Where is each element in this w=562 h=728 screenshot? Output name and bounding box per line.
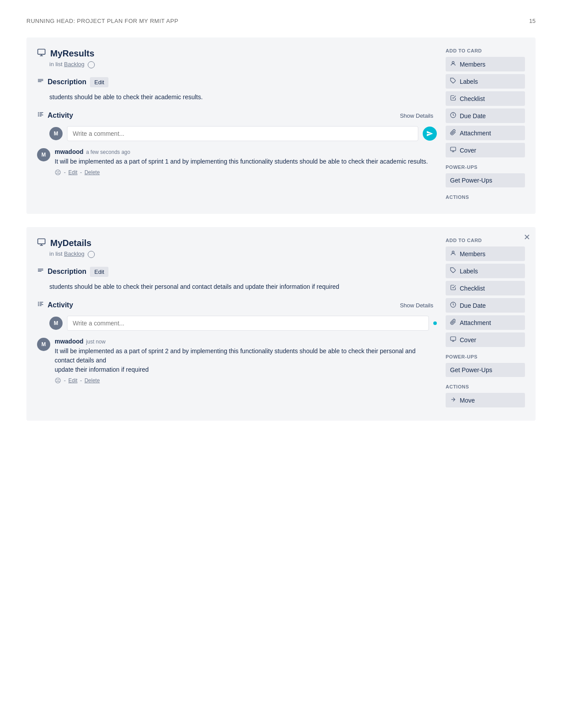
comment-input[interactable]: [67, 126, 418, 141]
description-section-header: Description Edit: [37, 267, 437, 277]
svg-point-14: [452, 61, 454, 63]
activity-section: Activity Show Details M M mwadood a fe: [37, 111, 437, 176]
sidebar-due-date-button[interactable]: Due Date: [446, 108, 525, 123]
sidebar-btn-label: Attachment: [460, 319, 491, 326]
delete-comment-link[interactable]: Delete: [85, 169, 100, 175]
description-section-header: Description Edit: [37, 77, 437, 87]
card-modal-card1: MyResults in list Backlog Description Ed…: [26, 37, 536, 214]
svg-rect-0: [38, 49, 45, 55]
activity-title: Activity: [48, 301, 73, 309]
card-title-icon: [37, 48, 46, 59]
comment-time: a few seconds ago: [86, 149, 130, 155]
comment-separator2: -: [80, 169, 82, 175]
description-edit-button[interactable]: Edit: [90, 267, 108, 277]
sidebar-checklist-button[interactable]: Checklist: [446, 281, 525, 295]
comment-send-button[interactable]: [423, 127, 437, 141]
show-details-button[interactable]: Show Details: [396, 111, 437, 121]
sidebar-members-button[interactable]: Members: [446, 246, 525, 261]
sidebar-btn-label: Cover: [460, 147, 476, 154]
comment-separator: -: [64, 377, 66, 384]
card-main: MyResults in list Backlog Description Ed…: [37, 48, 437, 203]
comment-author: mwadood: [55, 148, 83, 155]
activity-title: Activity: [48, 112, 73, 119]
sidebar-attachment-button[interactable]: Attachment: [446, 126, 525, 140]
list-link[interactable]: Backlog: [64, 250, 84, 257]
svg-point-34: [452, 251, 454, 253]
card-subtitle: in list Backlog: [49, 250, 437, 258]
description-edit-button[interactable]: Edit: [90, 77, 108, 87]
clock-icon: [450, 112, 456, 119]
comment-actions: ☹ - Edit - Delete: [55, 169, 437, 176]
description-title: Description: [48, 268, 86, 276]
running-head: RUNNING HEAD: PROJECT PLAN FOR MY RMIT A…: [26, 18, 179, 24]
card-subtitle: in list Backlog: [49, 61, 437, 68]
activity-header-left: Activity: [37, 111, 73, 120]
power-ups-btn-label: Get Power-Ups: [450, 177, 492, 184]
card-sidebar: ADD TO CARD Members Labels Checklist Due…: [446, 48, 525, 203]
comment-time: just now: [86, 339, 105, 345]
activity-header: Activity Show Details: [37, 111, 437, 121]
comment-separator: -: [64, 169, 66, 175]
card-title-row: MyDetails: [37, 238, 437, 249]
comment-input[interactable]: [67, 316, 429, 331]
sidebar-btn-label: Due Date: [460, 302, 486, 309]
action-label: Move: [460, 397, 475, 404]
sidebar-attachment-button[interactable]: Attachment: [446, 315, 525, 330]
power-ups-label: POWER-UPS: [446, 354, 525, 359]
sidebar-due-date-button[interactable]: Due Date: [446, 298, 525, 313]
user-avatar: M: [49, 127, 63, 140]
get-power-ups-button[interactable]: Get Power-Ups: [446, 173, 525, 187]
list-link[interactable]: Backlog: [64, 61, 84, 67]
comment-emoji-icon: ☹: [55, 169, 61, 176]
action-move-button[interactable]: Move: [446, 393, 525, 407]
description-title: Description: [48, 78, 86, 86]
sidebar-members-button[interactable]: Members: [446, 57, 525, 71]
description-icon: [37, 267, 44, 276]
comment-text: It will be implemented as a part of spri…: [55, 157, 437, 166]
clock-icon: [450, 302, 456, 309]
sidebar-checklist-button[interactable]: Checklist: [446, 91, 525, 106]
description-text: students should be able to check their p…: [49, 282, 437, 291]
activity-header-left: Activity: [37, 301, 73, 310]
paperclip-icon: [450, 319, 456, 326]
comment-entry: M mwadood a few seconds ago It will be i…: [37, 148, 437, 176]
close-button[interactable]: ✕: [524, 232, 530, 242]
activity-icon: [37, 111, 44, 120]
edit-comment-link[interactable]: Edit: [68, 169, 78, 175]
sidebar-labels-button[interactable]: Labels: [446, 74, 525, 89]
arrow-icon: [450, 396, 456, 404]
sidebar-btn-label: Members: [460, 250, 485, 258]
sidebar-cover-button[interactable]: Cover: [446, 332, 525, 347]
svg-rect-20: [38, 239, 45, 244]
checklist-icon: [450, 95, 456, 102]
person-icon: [450, 60, 456, 68]
comment-actions: ☹ - Edit - Delete: [55, 377, 437, 384]
checklist-icon: [450, 284, 456, 292]
person-icon: [450, 250, 456, 258]
delete-comment-link[interactable]: Delete: [85, 377, 100, 384]
tag-icon: [450, 267, 456, 275]
comment-entry: M mwadood just now It will be implemente…: [37, 338, 437, 384]
tag-icon: [450, 78, 456, 85]
power-ups-btn-label: Get Power-Ups: [450, 366, 492, 373]
description-icon: [37, 78, 44, 86]
edit-comment-link[interactable]: Edit: [68, 377, 78, 384]
svg-rect-37: [450, 337, 456, 340]
show-details-button[interactable]: Show Details: [396, 300, 437, 310]
activity-header: Activity Show Details: [37, 300, 437, 310]
sidebar-labels-button[interactable]: Labels: [446, 264, 525, 278]
comment-content: mwadood a few seconds ago It will be imp…: [55, 148, 437, 176]
get-power-ups-button[interactable]: Get Power-Ups: [446, 363, 525, 377]
card-sidebar: ADD TO CARD Members Labels Checklist Due…: [446, 238, 525, 410]
watch-icon[interactable]: [88, 61, 95, 68]
sidebar-btn-label: Members: [460, 61, 485, 68]
sidebar-btn-label: Checklist: [460, 285, 485, 292]
watch-icon[interactable]: [88, 251, 95, 258]
sidebar-btn-label: Labels: [460, 268, 478, 275]
sidebar-cover-button[interactable]: Cover: [446, 143, 525, 157]
sidebar-btn-label: Attachment: [460, 130, 491, 137]
card-title: MyDetails: [50, 238, 91, 248]
user-avatar: M: [49, 317, 63, 330]
comment-input-row: M: [49, 316, 437, 331]
sidebar-btn-label: Cover: [460, 336, 476, 343]
